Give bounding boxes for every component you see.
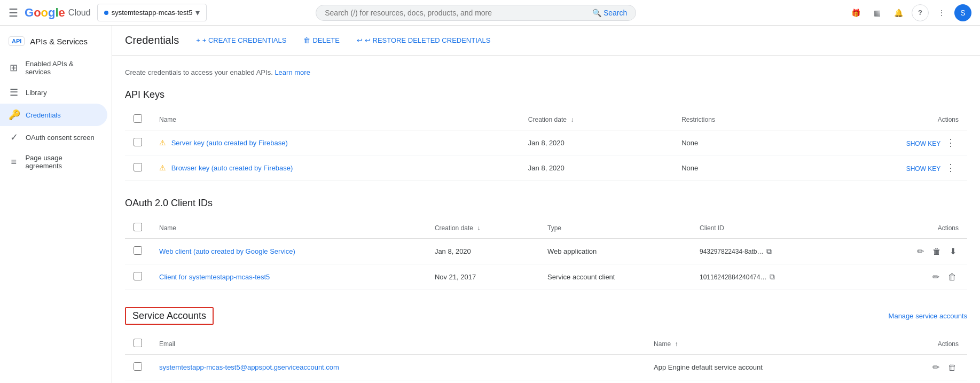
search-bar: 🔍 Search	[316, 5, 636, 21]
sort-icon: ↓	[570, 116, 574, 123]
select-all-checkbox[interactable]	[134, 223, 142, 231]
oauth-client-name-link[interactable]: Web client (auto created by Google Servi…	[159, 247, 295, 255]
top-nav: ☰ Google Cloud systemtestapp-mcas-test5 …	[0, 0, 980, 26]
gift-icon[interactable]: 🎁	[848, 4, 865, 21]
help-icon[interactable]: ?	[912, 4, 929, 21]
sidebar-item-library[interactable]: ☰ Library	[0, 81, 107, 104]
name-column-header[interactable]: Name ↑	[645, 333, 879, 355]
sidebar-item-page-usage[interactable]: ≡ Page usage agreements	[0, 148, 107, 175]
creation-date-cell: Nov 21, 2017	[426, 264, 539, 290]
api-keys-section: API Keys Name Creation date	[125, 89, 967, 181]
google-cloud-logo[interactable]: Google Cloud	[25, 6, 91, 20]
oauth-icon: ✓	[9, 131, 19, 143]
row-checkbox[interactable]	[134, 138, 142, 146]
api-key-name-link[interactable]: Server key (auto created by Firebase)	[171, 139, 288, 147]
row-checkbox[interactable]	[134, 272, 142, 280]
client-id-cell: 10116242884240474… ⧉	[700, 272, 849, 282]
screen-icon[interactable]: ▦	[869, 4, 886, 21]
actions-column-header: Actions	[879, 333, 967, 355]
creation-date-cell: Jan 8, 2020	[520, 130, 673, 155]
api-keys-title: API Keys	[125, 89, 967, 100]
page-icon: ≡	[9, 157, 19, 168]
table-row: ⚠ Browser key (auto created by Firebase)…	[125, 155, 967, 181]
service-accounts-title: Service Accounts	[125, 307, 214, 325]
show-key-button[interactable]: SHOW KEY	[906, 140, 941, 147]
select-all-checkbox[interactable]	[134, 114, 142, 123]
hamburger-icon[interactable]: ☰	[9, 6, 18, 19]
oauth-header-row: Name Creation date ↓ Type Client ID	[125, 217, 967, 239]
project-selector[interactable]: systemtestapp-mcas-test5 ▾	[97, 4, 207, 21]
actions-column-header: Actions	[797, 109, 967, 130]
table-row: Client for systemtestapp-mcas-test5 Nov …	[125, 264, 967, 290]
restrictions-cell: None	[673, 130, 797, 155]
sa-name-cell: App Engine default service account	[645, 355, 879, 380]
creation-date-cell: Jan 8, 2020	[426, 239, 539, 264]
nav-icons: 🎁 ▦ 🔔 ? ⋮ S	[848, 4, 971, 21]
sidebar-item-credentials[interactable]: 🔑 Credentials	[0, 104, 107, 126]
creation-date-column-header[interactable]: Creation date ↓	[426, 217, 539, 239]
oauth-client-name-link[interactable]: Client for systemtestapp-mcas-test5	[159, 273, 270, 281]
edit-button[interactable]: ✏	[930, 270, 942, 284]
delete-button[interactable]: 🗑	[946, 270, 959, 284]
edit-button[interactable]: ✏	[930, 360, 942, 374]
table-row: systemtestapp-mcas-test5@appspot.gservic…	[125, 355, 967, 380]
sidebar-item-label: OAuth consent screen	[26, 134, 95, 142]
select-all-checkbox[interactable]	[134, 339, 142, 347]
sa-email-link[interactable]: systemtestapp-mcas-test5@appspot.gservic…	[159, 363, 339, 371]
avatar[interactable]: S	[954, 4, 971, 21]
copy-icon[interactable]: ⧉	[766, 247, 772, 256]
client-id-cell: 943297822434-8atb… ⧉	[700, 247, 849, 256]
show-key-button[interactable]: SHOW KEY	[906, 165, 941, 173]
key-icon: 🔑	[9, 109, 19, 121]
api-key-name-link[interactable]: Browser key (auto created by Firebase)	[171, 164, 293, 172]
notifications-icon[interactable]: 🔔	[890, 4, 907, 21]
info-text: Create credentials to access your enable…	[125, 68, 967, 76]
delete-button[interactable]: 🗑	[930, 245, 943, 259]
sidebar-item-enabled-apis[interactable]: ⊞ Enabled APIs & services	[0, 54, 107, 81]
content-area: Create credentials to access your enable…	[112, 56, 980, 383]
action-icons: ✏ 🗑	[888, 360, 959, 374]
sidebar-item-label: Page usage agreements	[25, 154, 99, 170]
sort-icon: ↑	[675, 340, 678, 348]
download-button[interactable]: ⬇	[947, 244, 959, 259]
search-button[interactable]: 🔍 Search	[592, 9, 627, 17]
type-cell: Web application	[539, 239, 691, 264]
sidebar-item-oauth-consent[interactable]: ✓ OAuth consent screen	[0, 126, 107, 148]
edit-button[interactable]: ✏	[915, 244, 926, 259]
learn-more-link[interactable]: Learn more	[275, 68, 310, 76]
table-row: defender-for-cloud-apps@systemtestapp-mc…	[125, 380, 967, 384]
more-options-button[interactable]: ⋮	[943, 136, 959, 150]
more-options-button[interactable]: ⋮	[943, 161, 959, 175]
sidebar-header: API APIs & Services	[0, 30, 112, 54]
row-checkbox[interactable]	[134, 163, 142, 171]
sa-header-row: Email Name ↑ Actions	[125, 333, 967, 355]
row-checkbox[interactable]	[134, 246, 142, 255]
more-options-icon[interactable]: ⋮	[933, 4, 950, 21]
api-badge: API	[9, 36, 25, 46]
api-keys-header-row: Name Creation date ↓ Restrictions Action…	[125, 109, 967, 130]
oauth-clients-table: Name Creation date ↓ Type Client ID	[125, 217, 967, 290]
manage-service-accounts-link[interactable]: Manage service accounts	[889, 312, 967, 320]
select-all-header	[125, 217, 151, 239]
restore-deleted-credentials-button[interactable]: ↩ ↩ RESTORE DELETED CREDENTIALS	[352, 33, 495, 48]
restore-icon: ↩	[357, 36, 363, 44]
sidebar-item-label: Credentials	[26, 111, 61, 119]
create-credentials-button[interactable]: + + CREATE CREDENTIALS	[192, 33, 291, 48]
action-icons: ✏ 🗑 ⬇	[866, 244, 959, 259]
search-input[interactable]	[325, 9, 588, 17]
select-all-header	[125, 109, 151, 130]
api-keys-table: Name Creation date ↓ Restrictions Action…	[125, 109, 967, 181]
creation-date-cell: Jan 8, 2020	[520, 155, 673, 181]
delete-button[interactable]: 🗑	[946, 361, 959, 374]
name-column-header: Name	[151, 217, 426, 239]
warning-icon: ⚠	[159, 163, 166, 172]
sort-icon: ↓	[477, 224, 480, 232]
delete-button[interactable]: 🗑 DELETE	[299, 33, 344, 48]
sidebar-title: APIs & Services	[30, 37, 88, 46]
copy-icon[interactable]: ⧉	[770, 272, 775, 282]
row-checkbox[interactable]	[134, 362, 142, 371]
creation-date-column-header[interactable]: Creation date ↓	[520, 109, 673, 130]
search-icon: 🔍	[592, 9, 601, 17]
restrictions-cell: None	[673, 155, 797, 181]
name-column-header: Name	[151, 109, 520, 130]
